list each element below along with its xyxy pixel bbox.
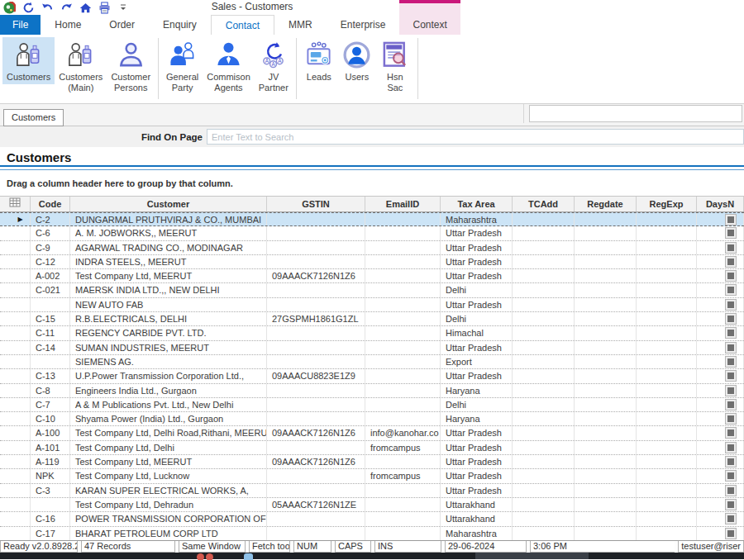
table-row[interactable]: ▶ A-119 Test Company Ltd, MEERUT 09AAACK…	[0, 455, 744, 469]
table-row[interactable]: ▶ Test Company Ltd, Dehradun 05AAACK7126…	[0, 498, 744, 512]
days-notice-button[interactable]	[726, 529, 736, 539]
days-notice-button[interactable]	[726, 271, 736, 281]
undo-icon[interactable]	[41, 2, 54, 14]
table-row[interactable]: ▶ C-6 A. M. JOBWORKS,, MEERUT Uttar Prad…	[0, 226, 744, 240]
ribbon-tab[interactable]: Home	[41, 15, 95, 35]
cell-daysn	[697, 241, 744, 254]
ribbon-button[interactable]: CustomerPersons	[107, 37, 155, 95]
cell-emailid	[365, 398, 441, 411]
taskbar-app-icon[interactable]	[244, 553, 253, 560]
find-on-page-input[interactable]	[207, 129, 744, 145]
app-logo-icon[interactable]	[2, 2, 16, 14]
days-notice-button[interactable]	[726, 257, 736, 267]
days-notice-button[interactable]	[726, 314, 736, 324]
quick-filter-input[interactable]	[529, 105, 742, 122]
cell-taxarea: Uttar Pradesh	[441, 255, 513, 268]
taskbar-active-app[interactable]	[475, 553, 589, 559]
column-header-customer[interactable]: Customer	[70, 197, 267, 211]
table-row[interactable]: ▶ C-12 INDRA STEELS,, MEERUT Uttar Prade…	[0, 255, 744, 269]
table-row[interactable]: ▶ C-7 A & M Publications Pvt. Ltd., New …	[0, 398, 744, 412]
group-by-hint[interactable]: Drag a column header here to group by th…	[0, 170, 744, 196]
print-icon[interactable]	[98, 2, 111, 14]
column-header-daysn[interactable]: DaysN	[697, 197, 744, 211]
table-row[interactable]: ▶ NPK Test Company Ltd, Lucknow fromcamp…	[0, 469, 744, 483]
column-header-taxarea[interactable]: Tax Area	[441, 197, 513, 211]
days-notice-button[interactable]	[726, 414, 736, 424]
cell-daysn	[697, 412, 744, 425]
cell-code	[31, 498, 70, 511]
home-icon[interactable]	[79, 2, 92, 14]
days-notice-button[interactable]	[726, 386, 736, 396]
ribbon-tab[interactable]: File	[0, 15, 41, 35]
table-row[interactable]: ▶ C-17 BHARAT PETROLEUM CORP LTD Maharas…	[0, 527, 744, 540]
table-row[interactable]: ▶ A-101 Test Company Ltd, Delhi fromcamp…	[0, 441, 744, 455]
cell-gstin	[267, 241, 365, 254]
table-row[interactable]: ▶ C-16 POWER TRANSMISSION CORPORATION OF…	[0, 512, 744, 526]
ribbon-button[interactable]: CommisonAgents	[203, 37, 255, 95]
column-header-regdate[interactable]: Regdate	[575, 197, 637, 211]
ribbon-button[interactable]: GeneralParty	[162, 37, 203, 95]
ribbon-tab[interactable]: Enquiry	[149, 15, 211, 35]
table-row[interactable]: ▶ C-10 Shyama Power (India) Ltd., Gurgao…	[0, 412, 744, 426]
taskbar-app-icon[interactable]	[197, 553, 204, 560]
cell-code: C-3	[31, 484, 70, 497]
refresh-icon[interactable]	[21, 2, 35, 14]
ribbon-tab[interactable]: Contact	[211, 15, 274, 35]
days-notice-button[interactable]	[726, 486, 736, 496]
days-notice-button[interactable]	[726, 371, 736, 381]
days-notice-button[interactable]	[726, 357, 736, 367]
cell-code: C-6	[31, 226, 70, 240]
days-notice-button[interactable]	[726, 243, 736, 253]
days-notice-button[interactable]	[726, 457, 736, 467]
days-notice-button[interactable]	[726, 443, 736, 453]
ribbon-tab[interactable]: Order	[95, 15, 149, 35]
table-row[interactable]: ▶ C-9 AGARWAL TRADING CO., MODINAGAR Utt…	[0, 241, 744, 255]
days-notice-button[interactable]	[726, 300, 736, 310]
ribbon-tab[interactable]: Enterprise	[327, 15, 400, 35]
table-row[interactable]: ▶ A-002 Test Company Ltd, MEERUT 09AAACK…	[0, 269, 744, 283]
ribbon-button[interactable]: AAA JVPartner	[255, 37, 293, 95]
days-notice-button[interactable]	[726, 215, 736, 225]
cell-daysn	[697, 384, 744, 397]
caret-down-icon[interactable]	[117, 2, 130, 14]
table-row[interactable]: ▶ C-021 MAERSK INDIA LTD.,, NEW DELHI De…	[0, 283, 744, 297]
column-header-gstin[interactable]: GSTIN	[267, 197, 365, 211]
select-all-header[interactable]	[0, 197, 31, 211]
table-row[interactable]: ▶ C-2 DUNGARMAL PRUTHVIRAJ & CO., MUMBAI…	[0, 212, 744, 226]
days-notice-button[interactable]	[726, 343, 736, 353]
table-row[interactable]: ▶ C-14 SUMAN INDUSTRIES, MEERUT Uttar Pr…	[0, 341, 744, 355]
table-row[interactable]: ▶ C-15 R.B.ELECTRICALS, DELHI 27GSPMH186…	[0, 312, 744, 326]
table-row[interactable]: ▶ NEW AUTO FAB Uttar Pradesh	[0, 298, 744, 312]
days-notice-button[interactable]	[726, 471, 736, 481]
days-notice-button[interactable]	[726, 514, 736, 524]
ribbon-button[interactable]: Users	[338, 37, 376, 84]
ribbon-button[interactable]: Customers(Main)	[55, 37, 107, 95]
cell-taxarea: Uttar Pradesh	[441, 469, 513, 482]
column-header-emailid[interactable]: EmailID	[365, 197, 441, 211]
column-header-code[interactable]: Code	[31, 197, 70, 211]
days-notice-button[interactable]	[726, 500, 736, 510]
days-notice-button[interactable]	[726, 285, 736, 295]
days-notice-button[interactable]	[726, 428, 736, 438]
days-notice-button[interactable]	[726, 228, 736, 238]
days-notice-button[interactable]	[726, 328, 736, 338]
table-row[interactable]: ▶ SIEMENS AG. Export	[0, 355, 744, 369]
column-header-tcadd[interactable]: TCAdd	[513, 197, 575, 211]
ribbon-button[interactable]: Customers	[2, 37, 55, 84]
jv-partner-icon: AAA	[259, 40, 289, 69]
table-row[interactable]: ▶ C-8 Engineers India Ltd., Gurgaon Hary…	[0, 384, 744, 398]
ribbon-tab-bar: File Home Order Enquiry Contact MMR En	[0, 15, 744, 35]
table-row[interactable]: ▶ C-3 KARAN SUPER ELECTRICAL WORKS, A,Me…	[0, 484, 744, 498]
table-row[interactable]: ▶ C-13 U.P.Power Transmission Corporatio…	[0, 369, 744, 383]
ribbon-button[interactable]: HsnSac	[376, 37, 414, 95]
table-row[interactable]: ▶ C-11 REGENCY CARBIDE PVT. LTD. Himacha…	[0, 326, 744, 340]
column-header-regexp[interactable]: RegExp	[637, 197, 697, 211]
redo-icon[interactable]	[60, 2, 73, 14]
document-tab-customers[interactable]: Customers	[3, 109, 64, 126]
table-row[interactable]: ▶ A-100 Test Company Ltd, Delhi Road,Rit…	[0, 426, 744, 440]
ribbon-button[interactable]: Leads	[300, 37, 338, 84]
cell-regexp	[637, 283, 697, 297]
ribbon-tab[interactable]: Context	[399, 15, 460, 35]
days-notice-button[interactable]	[726, 400, 736, 410]
ribbon-tab[interactable]: MMR	[274, 15, 327, 35]
